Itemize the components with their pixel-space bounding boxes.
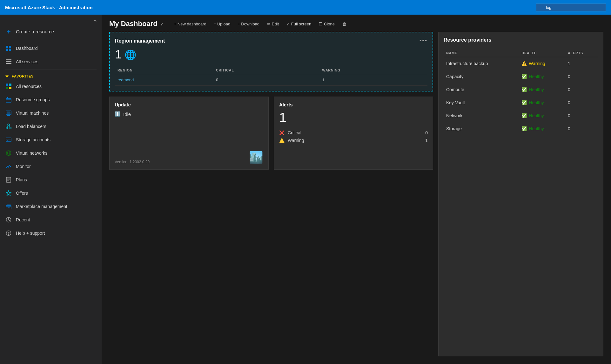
sidebar-item-label: Offers [16,191,28,196]
sidebar-item-dashboard[interactable]: Dashboard [0,42,102,55]
collapse-icon[interactable]: « [94,18,97,23]
collapse-button-wrap: « [0,15,102,24]
sidebar-item-label: Virtual networks [16,151,47,156]
svg-line-21 [9,126,10,127]
sidebar-item-recent[interactable]: Recent [0,213,102,226]
health-icon: ⚠️ [521,61,527,66]
region-count: 1 🌐 [115,48,427,61]
resource-health: ✅ Healthy [519,83,565,96]
sidebar-item-storage-accounts[interactable]: Storage accounts [0,133,102,146]
health-label: Healthy [529,74,544,79]
resource-name[interactable]: Compute [444,83,519,96]
sidebar-item-all-services[interactable]: All services [0,55,102,68]
virtual-networks-icon [5,150,12,157]
svg-rect-6 [6,63,11,64]
sidebar-item-marketplace[interactable]: Marketplace management [0,200,102,213]
main-layout: « ＋ Create a resource Dashboard [0,15,611,364]
delete-button[interactable]: 🗑 [339,20,350,28]
svg-rect-12 [7,97,8,98]
svg-rect-3 [9,49,11,51]
resource-alerts: 0 [565,70,598,83]
search-input[interactable] [536,3,606,11]
svg-rect-2 [6,49,8,51]
alerts-card: Alerts 1 ❌ Critical 0 ⚠️ Warning 1 [274,97,433,170]
region-management-card: Region management ••• 1 🌐 REGION CRITICA… [109,32,433,91]
sidebar-item-virtual-networks[interactable]: Virtual networks [0,146,102,160]
resource-name[interactable]: Infrastructure backup [444,57,519,70]
bottom-row: Update ℹ️ Idle Version: 1.2002.0.29 🏙️ [109,97,433,170]
region-card-title: Region management [115,38,165,44]
resource-name[interactable]: Network [444,109,519,122]
alert-row: ⚠️ Warning 1 [279,138,428,143]
sidebar-divider-2 [5,70,97,70]
region-table-row: redmond 0 1 [115,74,427,86]
region-critical: 0 [213,74,319,86]
new-dashboard-button[interactable]: + New dashboard [171,20,210,28]
sidebar-item-label: Resource groups [16,97,50,102]
health-icon: ✅ [521,87,527,92]
content-area: My Dashboard ∨ + New dashboard ↑ Upload … [102,15,611,364]
upload-button[interactable]: ↑ Upload [211,20,233,28]
health-label: Healthy [529,100,544,105]
health-icon: ✅ [521,74,527,79]
region-col-region: REGION [115,66,213,74]
dashboard-right: Resource providers NAME HEALTH ALERTS In… [438,32,603,356]
resource-health: ✅ Healthy [519,70,565,83]
create-resource-button[interactable]: ＋ Create a resource [0,24,102,39]
region-card-header: Region management ••• [115,37,427,44]
sidebar: « ＋ Create a resource Dashboard [0,15,102,364]
resource-name[interactable]: Key Vault [444,96,519,109]
region-name[interactable]: redmond [115,74,213,86]
dashboard-dropdown-caret[interactable]: ∨ [160,21,163,26]
sidebar-item-help[interactable]: ? Help + support [0,226,102,240]
sidebar-item-label: Plans [16,177,27,182]
sidebar-item-all-resources[interactable]: All resources [0,80,102,93]
svg-rect-4 [6,59,11,60]
sidebar-item-label: Storage accounts [16,137,50,142]
sidebar-item-load-balancers[interactable]: Load balancers [0,120,102,133]
favorites-label: ★ FAVORITES [0,71,102,80]
download-button[interactable]: ↓ Download [235,20,263,28]
region-card-menu[interactable]: ••• [420,37,427,44]
svg-rect-11 [6,98,11,102]
clone-button[interactable]: ❐ Clone [316,20,338,28]
resource-row: Infrastructure backup ⚠️ Warning 1 [444,57,598,70]
region-col-warning: WARNING [319,66,427,74]
load-balancers-icon [5,123,12,130]
region-globe-icon: 🌐 [124,49,136,60]
sidebar-item-resource-groups[interactable]: Resource groups [0,93,102,106]
svg-rect-15 [8,115,9,115]
help-icon: ? [5,230,12,237]
dashboard-toolbar: My Dashboard ∨ + New dashboard ↑ Upload … [102,15,611,32]
sidebar-item-plans[interactable]: Plans [0,173,102,186]
resource-health: ✅ Healthy [519,122,565,135]
resource-row: Key Vault ✅ Healthy 0 [444,96,598,109]
region-warning: 1 [319,74,427,86]
app-title: Microsoft Azure Stack - Administration [5,5,536,10]
sidebar-item-label: All services [16,59,38,64]
resource-name[interactable]: Capacity [444,70,519,83]
health-icon: ✅ [521,100,527,105]
sidebar-item-virtual-machines[interactable]: Virtual machines [0,106,102,120]
resources-table: NAME HEALTH ALERTS Infrastructure backup… [444,49,598,135]
health-label: Healthy [529,126,544,131]
sidebar-item-monitor[interactable]: Monitor [0,160,102,173]
full-screen-button[interactable]: ⤢ Full screen [283,20,314,28]
alert-label: Warning [288,138,422,143]
resource-row: Compute ✅ Healthy 0 [444,83,598,96]
resource-name[interactable]: Storage [444,122,519,135]
svg-rect-14 [7,111,10,114]
svg-rect-24 [7,140,8,141]
alert-label: Critical [288,130,422,135]
sidebar-item-label: Virtual machines [16,111,49,116]
edit-button[interactable]: ✏ Edit [264,20,282,28]
dashboard-left: Region management ••• 1 🌐 REGION CRITICA… [109,32,433,356]
resource-health: ✅ Healthy [519,96,565,109]
alert-count: 0 [425,130,428,135]
resource-alerts: 0 [565,83,598,96]
resource-providers-title: Resource providers [444,37,598,43]
dashboard-title-wrap: My Dashboard ∨ [109,20,163,28]
update-card-title: Update [115,102,263,107]
sidebar-item-offers[interactable]: Offers [0,186,102,200]
svg-rect-9 [6,87,8,89]
